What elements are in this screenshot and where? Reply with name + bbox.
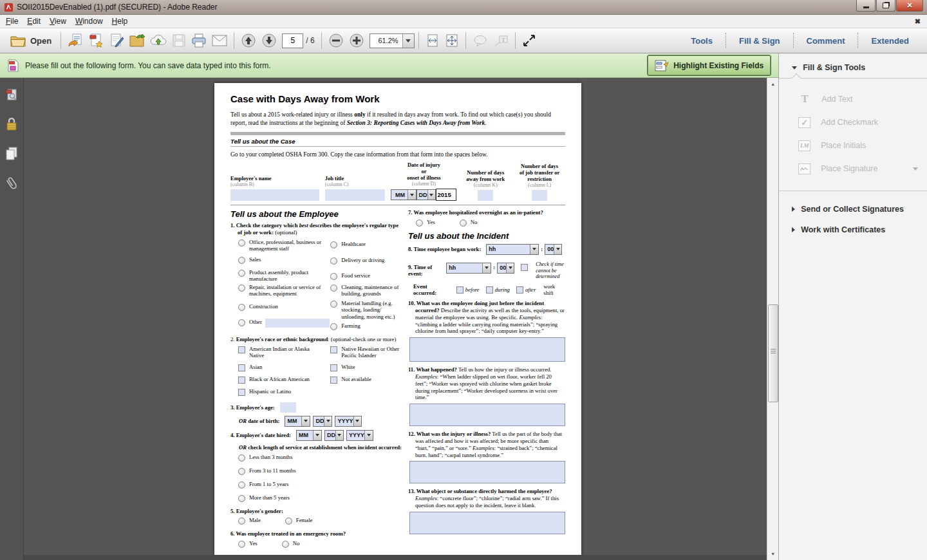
email-button[interactable] [209,31,230,50]
radio-button[interactable] [238,541,245,548]
scrollbar-thumb[interactable] [768,304,778,402]
zoom-in-button[interactable] [346,31,367,50]
fullscreen-button[interactable] [520,31,539,50]
job-title-field[interactable] [325,189,385,201]
radio-button[interactable] [238,518,245,525]
minimize-button[interactable] [856,0,876,12]
radio-button[interactable] [282,541,289,548]
other-category-field[interactable] [265,319,330,328]
began-work-hour-select[interactable]: hh [486,244,539,255]
zoom-level-control[interactable]: 61.2% [370,33,415,48]
checkbox[interactable] [238,377,245,384]
radio-button[interactable] [330,285,337,292]
horizontal-scrollbar[interactable] [24,555,767,560]
radio-button[interactable] [238,319,245,326]
question-13-textarea[interactable] [409,512,565,534]
employee-name-field[interactable] [230,189,319,201]
comment-panel-link[interactable]: Comment [794,36,858,46]
checkbox[interactable] [330,346,337,353]
during-checkbox[interactable] [486,286,493,294]
radio-button[interactable] [238,454,245,462]
time-undetermined-checkbox[interactable] [521,264,528,271]
scroll-up-arrow[interactable]: ▲ [767,79,778,89]
injury-year-field[interactable]: 2015 [436,189,456,201]
radio-button[interactable] [330,241,337,248]
radio-button[interactable] [238,468,245,475]
export-pdf-button[interactable] [65,31,86,50]
birth-year-select[interactable]: YYYY [335,416,362,427]
menu-file[interactable]: File [1,15,23,27]
page-number-input[interactable] [282,33,303,48]
question-11-textarea[interactable] [409,404,565,426]
birth-day-select[interactable]: DD [313,416,332,427]
radio-button[interactable] [285,518,292,525]
injury-day-select[interactable]: DD [417,189,436,200]
previous-page-button[interactable] [238,31,259,50]
attachments-paperclip-icon[interactable] [1,174,21,195]
extended-panel-link[interactable]: Extended [858,36,922,46]
open-button[interactable]: Open [5,31,57,50]
days-away-field[interactable] [478,190,493,201]
radio-button[interactable] [416,219,423,227]
radio-button[interactable] [238,481,245,489]
menu-view[interactable]: View [45,15,71,27]
job-transfer-field[interactable] [532,190,547,201]
restore-button[interactable] [876,0,895,12]
radio-button[interactable] [330,323,337,330]
event-minute-select[interactable]: 00 [497,263,514,274]
checkbox[interactable] [330,364,337,371]
began-work-minute-select[interactable]: 00 [545,244,562,255]
close-button[interactable]: ✕ [896,0,923,12]
radio-button[interactable] [238,285,245,292]
checkbox[interactable] [238,389,245,396]
security-lock-icon[interactable] [5,117,18,132]
menu-window[interactable]: Window [71,15,108,27]
checkbox[interactable] [238,364,245,371]
zoom-out-button[interactable] [326,31,346,50]
menu-edit[interactable]: Edit [23,15,45,27]
sign-document-button[interactable] [106,31,127,50]
injury-month-select[interactable]: MM [391,189,417,200]
question-12-textarea[interactable] [409,461,565,483]
radio-button[interactable] [330,301,337,308]
tools-panel-link[interactable]: Tools [678,36,726,46]
checkbox[interactable] [330,377,337,384]
radio-button[interactable] [238,304,245,311]
send-file-button[interactable] [147,31,169,50]
birth-month-select[interactable]: MM [285,416,310,427]
radio-button[interactable] [238,270,245,277]
highlight-existing-fields-button[interactable]: Highlight Existing Fields [648,55,771,75]
employee-age-field[interactable] [280,402,296,413]
radio-button[interactable] [238,257,245,264]
after-checkbox[interactable] [516,286,523,294]
share-file-button[interactable] [127,31,147,50]
next-page-button[interactable] [259,31,279,50]
radio-button[interactable] [460,219,467,227]
hired-year-select[interactable]: YYYY [346,430,373,441]
create-pdf-button[interactable] [86,31,106,50]
radio-button[interactable] [238,239,245,247]
send-collect-signatures-section[interactable]: Send or Collect Signatures [779,199,927,219]
fill-sign-panel-link[interactable]: Fill & Sign [726,36,793,46]
page-thumbnails-icon[interactable] [5,88,19,102]
checkbox[interactable] [238,346,245,353]
pages-icon[interactable] [5,146,19,162]
event-hour-select[interactable]: hh [446,263,491,274]
fill-sign-tools-header[interactable]: Fill & Sign Tools [779,53,927,78]
hired-day-select[interactable]: DD [324,430,344,441]
vertical-scrollbar[interactable]: ▲ ▼ [767,78,778,560]
menu-help[interactable]: Help [108,15,133,27]
menubar-close-icon[interactable]: ✖ [915,17,921,26]
print-button[interactable] [189,31,209,50]
hired-month-select[interactable]: MM [296,430,322,441]
radio-button[interactable] [238,495,245,502]
radio-button[interactable] [330,273,337,280]
before-checkbox[interactable] [456,286,464,294]
radio-button[interactable] [330,257,337,265]
zoom-dropdown-button[interactable] [402,34,414,48]
work-with-certificates-section[interactable]: Work with Certificates [779,219,927,240]
fit-width-button[interactable] [423,31,442,50]
fit-page-button[interactable] [442,31,462,50]
scroll-down-arrow[interactable]: ▼ [767,549,778,559]
question-10-textarea[interactable] [409,337,565,362]
